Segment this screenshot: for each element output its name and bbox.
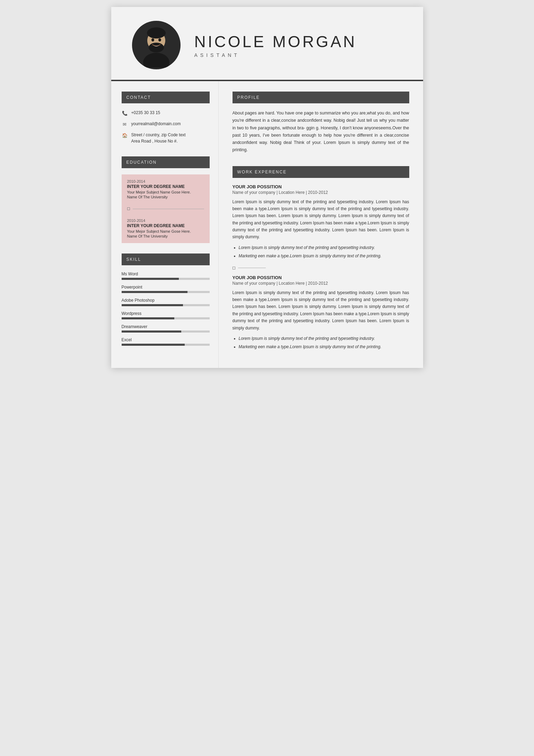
phone-icon: 📞 <box>122 110 128 117</box>
work-header: WORK EXPERENCE <box>233 166 409 178</box>
edu-degree-2: INTER YOUR DEGREE NAME <box>127 223 204 228</box>
phone-value: +0235 30 33 15 <box>131 110 160 116</box>
job-meta-1: Name of your company | Location Here | 2… <box>233 190 409 195</box>
header-section: NICOLE MORGAN ASISTANT <box>111 7 423 80</box>
skill-bar-bg-msword <box>122 278 210 280</box>
edu-entry-2: 2010-2014 INTER YOUR DEGREE NAME Your Me… <box>122 214 210 243</box>
contact-phone: 📞 +0235 30 33 15 <box>122 110 210 117</box>
job-title-2: YOUR JOB POSSITION <box>233 275 409 280</box>
skill-bar-bg-powerpoint <box>122 291 210 293</box>
education-section: EDUCATION 2010-2014 INTER YOUR DEGREE NA… <box>122 156 210 243</box>
svg-point-3 <box>149 43 164 52</box>
skill-label-wordpress: Wordpress <box>122 311 210 316</box>
skill-label-dreamweaver: Dreamweaver <box>122 324 210 329</box>
address-text: Street / country, zip Code text Area Roa… <box>131 132 186 144</box>
edu-divider-square <box>127 207 130 210</box>
person-name: NICOLE MORGAN <box>194 32 406 51</box>
edu-subject-1: Your Mejor Subject Name Gose Here. <box>127 190 204 194</box>
skill-bar-fill-dreamweaver <box>122 330 182 333</box>
email-icon: ✉ <box>122 121 128 128</box>
job-meta-2: Name of your company | Location Here | 2… <box>233 281 409 286</box>
person-title: ASISTANT <box>194 52 406 58</box>
resume-page: NICOLE MORGAN ASISTANT CONTACT 📞 +0235 3… <box>111 7 423 368</box>
profile-text: About pages are hard. You have one page … <box>233 110 409 154</box>
address-icon: 🏠 <box>122 132 128 139</box>
skill-photoshop: Adobe Photoshop <box>122 298 210 306</box>
avatar-wrap <box>132 21 181 69</box>
avatar <box>132 21 181 69</box>
profile-section: PROFILE About pages are hard. You have o… <box>233 92 409 154</box>
header-text: NICOLE MORGAN ASISTANT <box>194 32 406 58</box>
edu-divider-line <box>133 209 204 209</box>
edu-divider <box>122 204 210 214</box>
contact-header: CONTACT <box>122 92 210 103</box>
address-line2: Area Road , House No #. <box>131 138 186 144</box>
job-bullets-1: Lorem Ipsum is simply dummy text of the … <box>239 244 409 260</box>
edu-year-1: 2010-2014 <box>127 179 204 183</box>
job-bullet-1-0: Lorem Ipsum is simply dummy text of the … <box>239 244 409 251</box>
left-column: CONTACT 📞 +0235 30 33 15 ✉ yourrealmail@… <box>111 81 219 368</box>
edu-year-2: 2010-2014 <box>127 218 204 223</box>
job-divider-line-1 <box>238 268 266 268</box>
skill-bar-fill-excel <box>122 344 185 346</box>
edu-university-1: Name Of The University <box>127 195 204 199</box>
edu-entry-1: 2010-2014 INTER YOUR DEGREE NAME Your Me… <box>122 174 210 204</box>
job-title-1: YOUR JOB POSSITION <box>233 184 409 189</box>
skill-label-msword: Ms Word <box>122 272 210 276</box>
edu-university-2: Name Of The University <box>127 234 204 238</box>
job-entry-1: YOUR JOB POSSITION Name of your company … <box>233 184 409 260</box>
skill-section: SKILL Ms Word Powerpoint Adobe Photoshop <box>122 254 210 346</box>
skill-label-powerpoint: Powerpoint <box>122 285 210 290</box>
svg-point-6 <box>158 38 161 42</box>
work-section: WORK EXPERENCE YOUR JOB POSSITION Name o… <box>233 166 409 351</box>
skill-powerpoint: Powerpoint <box>122 285 210 293</box>
job-bullet-1-1: Marketing een make a type.Lorem Ipsum is… <box>239 252 409 259</box>
skill-msword: Ms Word <box>122 272 210 280</box>
skill-header: SKILL <box>122 254 210 265</box>
skill-bar-bg-excel <box>122 344 210 346</box>
job-divider-1 <box>233 267 409 269</box>
contact-address: 🏠 Street / country, zip Code text Area R… <box>122 132 210 144</box>
profile-header: PROFILE <box>233 92 409 103</box>
skill-wordpress: Wordpress <box>122 311 210 319</box>
address-line1: Street / country, zip Code text <box>131 132 186 138</box>
skill-bar-bg-wordpress <box>122 317 210 319</box>
contact-section: CONTACT 📞 +0235 30 33 15 ✉ yourrealmail@… <box>122 92 210 144</box>
skill-bar-fill-wordpress <box>122 317 174 319</box>
right-column: PROFILE About pages are hard. You have o… <box>219 81 423 368</box>
edu-subject-2: Your Mejor Subject Name Gose Here. <box>127 229 204 233</box>
job-bullet-2-1: Marketing een make a type.Lorem Ipsum is… <box>239 343 409 350</box>
job-bullet-2-0: Lorem Ipsum is simply dummy text of the … <box>239 335 409 342</box>
email-value: yourrealmail@domain.com <box>131 121 181 127</box>
edu-degree-1: INTER YOUR DEGREE NAME <box>127 184 204 189</box>
svg-point-5 <box>151 38 154 42</box>
skill-label-excel: Excel <box>122 337 210 342</box>
job-entry-2: YOUR JOB POSSITION Name of your company … <box>233 275 409 351</box>
job-desc-1: Lorem Ipsum is simply dummy text of the … <box>233 198 409 241</box>
body-wrap: CONTACT 📞 +0235 30 33 15 ✉ yourrealmail@… <box>111 81 423 368</box>
skill-dreamweaver: Dreamweaver <box>122 324 210 333</box>
skill-bar-bg-photoshop <box>122 304 210 306</box>
skill-label-photoshop: Adobe Photoshop <box>122 298 210 303</box>
education-header: EDUCATION <box>122 156 210 168</box>
skill-bar-bg-dreamweaver <box>122 330 210 333</box>
skill-excel: Excel <box>122 337 210 346</box>
skill-bar-fill-msword <box>122 278 179 280</box>
job-desc-2: Lorem Ipsum is simply dummy text of the … <box>233 289 409 332</box>
contact-email: ✉ yourrealmail@domain.com <box>122 121 210 128</box>
job-bullets-2: Lorem Ipsum is simply dummy text of the … <box>239 335 409 351</box>
skill-bar-fill-powerpoint <box>122 291 188 293</box>
skill-bar-fill-photoshop <box>122 304 183 306</box>
job-divider-square-1 <box>233 267 235 269</box>
svg-point-2 <box>147 27 166 38</box>
